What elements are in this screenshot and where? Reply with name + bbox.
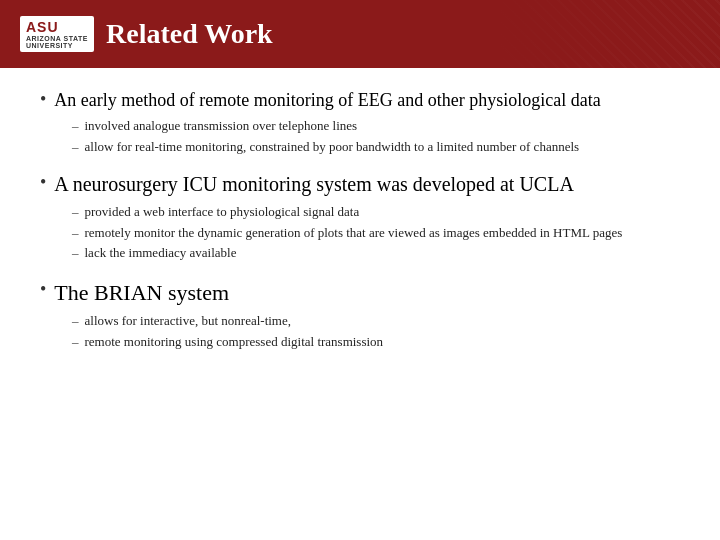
sub-dash-3-2: – [72,332,79,352]
sub-dash-2-3: – [72,243,79,263]
sub-dash-2-1: – [72,202,79,222]
asu-logo-bottom-2: UNIVERSITY [26,42,73,49]
sub-bullet-2-3: – lack the immediacy available [72,243,680,263]
content-area: • An early method of remote monitoring o… [0,68,720,540]
sub-bullet-1-2: – allow for real-time monitoring, constr… [72,137,680,157]
bullet-dot-1: • [40,88,46,111]
slide-title: Related Work [106,18,273,50]
main-bullet-3: • The BRIAN system [40,278,680,308]
bullet-section-2: • A neurosurgery ICU monitoring system w… [40,171,680,264]
slide: ASU ARIZONA STATE UNIVERSITY Related Wor… [0,0,720,540]
logo-area: ASU ARIZONA STATE UNIVERSITY Related Wor… [20,16,273,52]
sub-dash-2-2: – [72,223,79,243]
bullet-dot-3: • [40,278,46,301]
header: ASU ARIZONA STATE UNIVERSITY Related Wor… [0,0,720,68]
sub-bullets-2: – provided a web interface to physiologi… [40,202,680,263]
sub-bullet-text-2-2: remotely monitor the dynamic generation … [85,223,623,243]
header-background [500,0,720,68]
sub-bullet-3-2: – remote monitoring using compressed dig… [72,332,680,352]
main-bullet-1: • An early method of remote monitoring o… [40,88,680,112]
asu-logo: ASU ARIZONA STATE UNIVERSITY [20,16,94,52]
bullet-section-3: • The BRIAN system – allows for interact… [40,278,680,353]
bullet-section-1: • An early method of remote monitoring o… [40,88,680,157]
main-bullet-text-3: The BRIAN system [54,278,229,308]
sub-bullet-1-1: – involved analogue transmission over te… [72,116,680,136]
sub-dash-3-1: – [72,311,79,331]
main-bullet-2: • A neurosurgery ICU monitoring system w… [40,171,680,198]
sub-bullets-3: – allows for interactive, but nonreal-ti… [40,311,680,351]
asu-logo-top: ASU [26,19,59,35]
sub-bullet-3-1: – allows for interactive, but nonreal-ti… [72,311,680,331]
sub-bullet-text-1-2: allow for real-time monitoring, constrai… [85,137,580,157]
sub-bullet-text-3-1: allows for interactive, but nonreal-time… [85,311,291,331]
bullet-dot-2: • [40,171,46,194]
sub-bullet-text-3-2: remote monitoring using compressed digit… [85,332,384,352]
sub-bullet-text-2-1: provided a web interface to physiologica… [85,202,360,222]
main-bullet-text-2: A neurosurgery ICU monitoring system was… [54,171,574,198]
sub-bullet-2-1: – provided a web interface to physiologi… [72,202,680,222]
sub-bullet-text-1-1: involved analogue transmission over tele… [85,116,358,136]
asu-logo-bottom-1: ARIZONA STATE [26,35,88,42]
main-bullet-text-1: An early method of remote monitoring of … [54,88,600,112]
sub-dash-1-2: – [72,137,79,157]
sub-dash-1-1: – [72,116,79,136]
sub-bullet-2-2: – remotely monitor the dynamic generatio… [72,223,680,243]
sub-bullets-1: – involved analogue transmission over te… [40,116,680,156]
sub-bullet-text-2-3: lack the immediacy available [85,243,237,263]
